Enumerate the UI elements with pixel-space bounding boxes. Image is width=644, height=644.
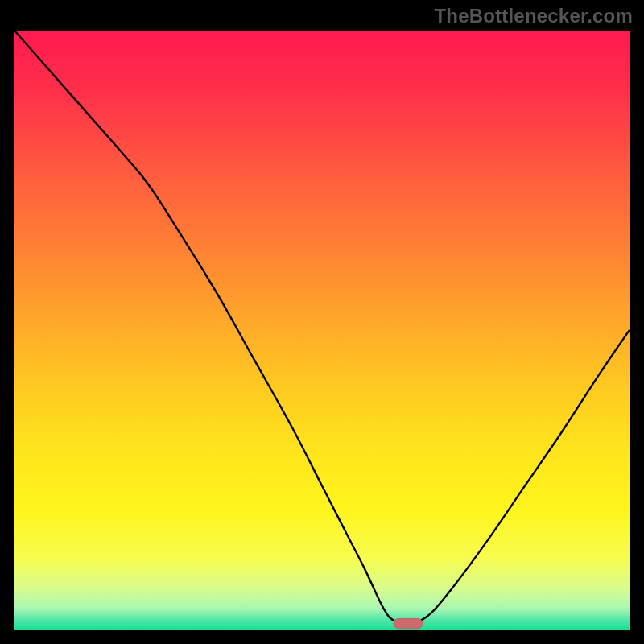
gradient-background (14, 31, 630, 630)
optimum-marker (394, 619, 423, 629)
bottleneck-chart (14, 31, 630, 630)
chart-frame: TheBottlenecker.com (0, 0, 644, 644)
watermark-text: TheBottlenecker.com (434, 5, 633, 27)
plot-area (14, 31, 630, 630)
